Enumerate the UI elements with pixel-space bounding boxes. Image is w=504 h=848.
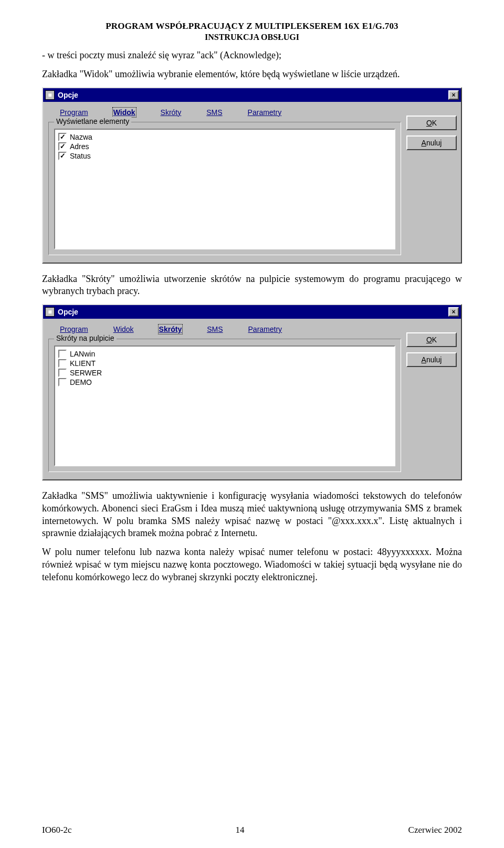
paragraph-widok: Zakładka "Widok" umożliwia wybranie elem…: [42, 68, 462, 81]
groupbox-wyswietlane: Wyświetlane elementy ✓ Nazwa ✓ Adres ✓ S: [48, 122, 401, 255]
ok-button[interactable]: OK: [406, 332, 457, 347]
checkbox-label: KLIENT: [70, 359, 96, 368]
cancel-button[interactable]: Anuluj: [406, 352, 457, 367]
checkbox-icon[interactable]: [58, 378, 67, 386]
footer-page-number: 14: [236, 825, 245, 835]
page-header-title: PROGRAM WSPÓŁPRACUJĄCY Z MULTIPLEKSEREM …: [42, 21, 462, 32]
tab-skroty[interactable]: Skróty: [161, 108, 182, 117]
options-dialog-skroty: ■ Opcje × Program Widok Skróty SMS Param…: [42, 304, 462, 480]
page-header-subtitle: INSTRUKCJA OBSŁUGI: [42, 33, 462, 42]
checkbox-label: Status: [70, 152, 91, 160]
footer-left: IO60-2c: [42, 825, 72, 835]
tab-skroty[interactable]: Skróty: [159, 325, 182, 333]
checkbox-row[interactable]: DEMO: [58, 378, 391, 386]
checkbox-icon[interactable]: ✓: [58, 133, 67, 141]
checkbox-row[interactable]: LANwin: [58, 350, 391, 358]
tab-program[interactable]: Program: [60, 108, 88, 117]
checkbox-icon[interactable]: ✓: [58, 142, 67, 151]
tab-program[interactable]: Program: [60, 325, 88, 333]
checkbox-icon[interactable]: [58, 369, 67, 377]
dialog-title: Opcje: [58, 308, 448, 316]
checkbox-row[interactable]: ✓ Status: [58, 152, 391, 160]
groupbox-skroty: Skróty na pulpicie LANwin KLIENT SERW: [48, 339, 401, 472]
checkbox-label: Adres: [70, 142, 89, 151]
checkbox-label: Nazwa: [70, 133, 92, 141]
app-icon: ■: [45, 307, 55, 317]
checkbox-label: DEMO: [70, 378, 92, 386]
paragraph-skroty: Zakładka "Skróty" umożliwia utworzenie s…: [42, 273, 462, 298]
checkbox-list: LANwin KLIENT SERWER DEMO: [54, 346, 395, 466]
checkbox-list: ✓ Nazwa ✓ Adres ✓ Status: [54, 129, 395, 249]
dialog-titlebar[interactable]: ■ Opcje ×: [43, 88, 461, 102]
groupbox-legend: Wyświetlane elementy: [54, 117, 131, 125]
page-footer: IO60-2c 14 Czerwiec 2002: [42, 825, 462, 835]
cancel-button[interactable]: Anuluj: [406, 135, 457, 150]
checkbox-row[interactable]: KLIENT: [58, 359, 391, 368]
tab-parametry[interactable]: Parametry: [248, 325, 282, 333]
tab-widok[interactable]: Widok: [113, 108, 135, 117]
checkbox-label: SERWER: [70, 369, 102, 377]
checkbox-icon[interactable]: ✓: [58, 152, 67, 160]
paragraph-sms-2: W polu numer telefonu lub nazwa konta na…: [42, 546, 462, 583]
ok-button[interactable]: OK: [406, 116, 457, 130]
close-icon[interactable]: ×: [448, 90, 459, 100]
dialog-title: Opcje: [58, 91, 448, 99]
close-icon[interactable]: ×: [448, 307, 459, 317]
checkbox-row[interactable]: ✓ Adres: [58, 142, 391, 151]
tab-widok[interactable]: Widok: [113, 325, 134, 333]
tab-sms[interactable]: SMS: [206, 108, 222, 117]
checkbox-row[interactable]: ✓ Nazwa: [58, 133, 391, 141]
tab-parametry[interactable]: Parametry: [248, 108, 282, 117]
footer-right: Czerwiec 2002: [408, 825, 462, 835]
checkbox-icon[interactable]: [58, 359, 67, 368]
checkbox-row[interactable]: SERWER: [58, 369, 391, 377]
paragraph-ack: - w treści poczty musi znaleźć się wyraz…: [42, 49, 462, 62]
dialog-titlebar[interactable]: ■ Opcje ×: [43, 305, 461, 319]
groupbox-legend: Skróty na pulpicie: [54, 334, 117, 342]
options-dialog-widok: ■ Opcje × Program Widok Skróty SMS Param…: [42, 87, 462, 264]
app-icon: ■: [45, 90, 55, 100]
tab-sms[interactable]: SMS: [207, 325, 223, 333]
checkbox-label: LANwin: [70, 350, 95, 358]
checkbox-icon[interactable]: [58, 350, 67, 358]
paragraph-sms-1: Zakładka "SMS" umożliwia uaktywnienie i …: [42, 490, 462, 540]
